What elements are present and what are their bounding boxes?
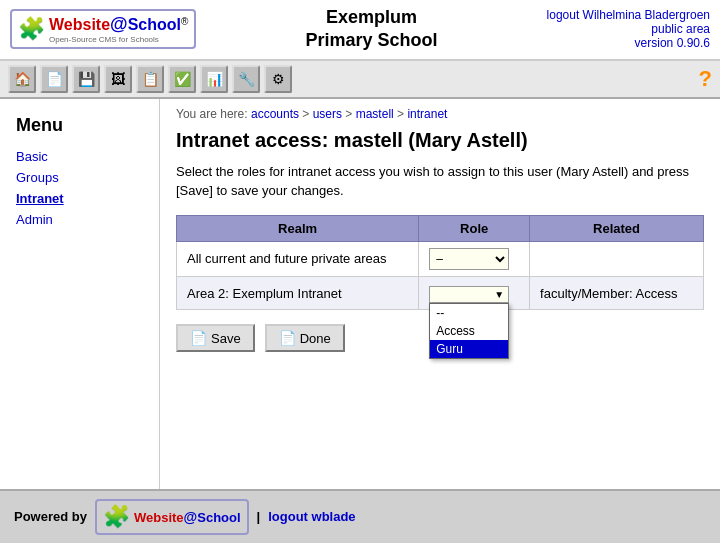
footer-separator: | <box>257 509 261 524</box>
footer-logo-at: @ <box>184 509 198 525</box>
logo-school-text: School <box>128 16 181 33</box>
save-label: Save <box>211 331 241 346</box>
logo-tagline: Open-Source CMS for Schools <box>49 35 188 44</box>
role-cell-2: ▼ -- Access Guru <box>419 276 530 310</box>
footer: Powered by 🧩 Website@School | logout wbl… <box>0 489 720 543</box>
table-row: Area 2: Exemplum Intranet ▼ -- Access Gu… <box>177 276 704 310</box>
school-name: Exemplum Primary School <box>196 6 546 53</box>
header: 🧩 Website@School® Open-Source CMS for Sc… <box>0 0 720 61</box>
done-button[interactable]: 📄 Done <box>265 324 345 352</box>
toolbar-save-icon[interactable]: 💾 <box>72 65 100 93</box>
logo-at-text: @ <box>110 14 128 34</box>
toolbar-tools-icon[interactable]: 🔧 <box>232 65 260 93</box>
powered-by-text: Powered by <box>14 509 87 524</box>
toolbar-clipboard-icon[interactable]: 📋 <box>136 65 164 93</box>
footer-logo-website: Website <box>134 510 184 525</box>
footer-logo: 🧩 Website@School <box>95 499 249 535</box>
toolbar: 🏠 📄 💾 🖼 📋 ✅ 📊 🔧 ⚙ ? <box>0 61 720 99</box>
toolbar-chart-icon[interactable]: 📊 <box>200 65 228 93</box>
col-header-related: Related <box>530 215 704 241</box>
dropdown-option-guru[interactable]: Guru <box>430 340 508 358</box>
sidebar: Menu Basic Groups Intranet Admin <box>0 99 160 489</box>
menu-title: Menu <box>0 109 159 146</box>
role-cell-1: – Access Guru <box>419 241 530 276</box>
sidebar-item-admin[interactable]: Admin <box>0 209 159 230</box>
role-select-1[interactable]: – Access Guru <box>429 248 509 270</box>
main-content: You are here: accounts > users > mastell… <box>160 99 720 489</box>
page-title: Intranet access: mastell (Mary Astell) <box>176 129 704 152</box>
content-wrapper: Menu Basic Groups Intranet Admin You are… <box>0 99 720 489</box>
logo: 🧩 Website@School® Open-Source CMS for Sc… <box>10 9 196 49</box>
save-icon: 📄 <box>190 330 207 346</box>
related-cell-1 <box>530 241 704 276</box>
dropdown-open-menu: -- Access Guru <box>429 303 509 359</box>
dropdown-display[interactable]: ▼ <box>429 286 509 303</box>
toolbar-check-icon[interactable]: ✅ <box>168 65 196 93</box>
toolbar-home-icon[interactable]: 🏠 <box>8 65 36 93</box>
related-cell-2: faculty/Member: Access <box>530 276 704 310</box>
realm-cell-1: All current and future private areas <box>177 241 419 276</box>
sidebar-item-intranet[interactable]: Intranet <box>0 188 159 209</box>
chevron-down-icon: ▼ <box>494 289 504 300</box>
done-label: Done <box>300 331 331 346</box>
footer-logo-school: School <box>197 510 240 525</box>
footer-logout-link[interactable]: logout wblade <box>268 509 355 524</box>
dropdown-option-dash[interactable]: -- <box>430 304 508 322</box>
roles-table: Realm Role Related All current and futur… <box>176 215 704 311</box>
footer-logo-puzzle-icon: 🧩 <box>103 504 130 530</box>
breadcrumb: You are here: accounts > users > mastell… <box>176 107 704 121</box>
save-button[interactable]: 📄 Save <box>176 324 255 352</box>
version-text: version 0.90.6 <box>635 36 710 50</box>
toolbar-image-icon[interactable]: 🖼 <box>104 65 132 93</box>
logout-link[interactable]: logout Wilhelmina Bladergroen <box>547 8 710 22</box>
toolbar-settings-icon[interactable]: ⚙ <box>264 65 292 93</box>
dropdown-option-access[interactable]: Access <box>430 322 508 340</box>
done-icon: 📄 <box>279 330 296 346</box>
logo-puzzle-icon: 🧩 <box>18 16 45 42</box>
breadcrumb-prefix: You are here: <box>176 107 251 121</box>
breadcrumb-intranet[interactable]: intranet <box>407 107 447 121</box>
breadcrumb-accounts[interactable]: accounts <box>251 107 299 121</box>
help-icon[interactable]: ? <box>699 66 712 92</box>
logo-website-text: Website <box>49 16 110 33</box>
dropdown-container: ▼ -- Access Guru <box>429 286 509 303</box>
breadcrumb-mastell[interactable]: mastell <box>356 107 394 121</box>
breadcrumb-users[interactable]: users <box>313 107 342 121</box>
public-area-text: public area <box>651 22 710 36</box>
col-header-realm: Realm <box>177 215 419 241</box>
realm-cell-2: Area 2: Exemplum Intranet <box>177 276 419 310</box>
toolbar-icons: 🏠 📄 💾 🖼 📋 ✅ 📊 🔧 ⚙ <box>8 65 292 93</box>
col-header-role: Role <box>419 215 530 241</box>
sidebar-item-groups[interactable]: Groups <box>0 167 159 188</box>
logo-area: 🧩 Website@School® Open-Source CMS for Sc… <box>10 9 196 49</box>
description: Select the roles for intranet access you… <box>176 162 704 201</box>
sidebar-item-basic[interactable]: Basic <box>0 146 159 167</box>
table-row: All current and future private areas – A… <box>177 241 704 276</box>
toolbar-page-icon[interactable]: 📄 <box>40 65 68 93</box>
logo-registered: ® <box>181 16 188 27</box>
logout-area: logout Wilhelmina Bladergroen public are… <box>547 8 710 50</box>
